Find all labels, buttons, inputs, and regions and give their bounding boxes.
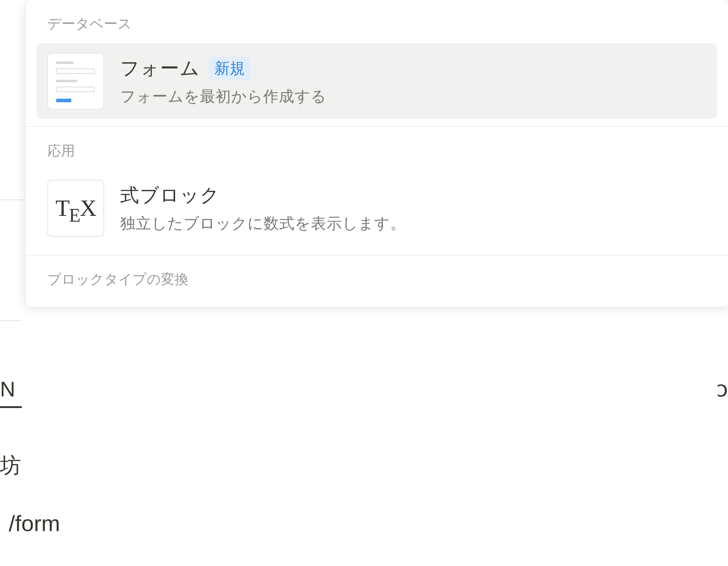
new-badge: 新規 — [209, 57, 251, 80]
slash-command-input[interactable]: /form — [9, 510, 60, 536]
menu-item-description: 独立したブロックに数式を表示します。 — [120, 213, 406, 234]
section-label-advanced: 応用 — [25, 127, 728, 170]
background-divider — [0, 199, 25, 200]
background-divider — [0, 320, 22, 321]
block-picker-popup: データベース フォーム 新規 フォームを最初から作成する 応用 TEX — [25, 0, 728, 307]
menu-item-title: 式ブロック — [120, 183, 220, 208]
menu-item-equation-block[interactable]: TEX 式ブロック 独立したブロックに数式を表示します。 — [36, 170, 717, 246]
background-char: 坊 — [0, 451, 21, 480]
tex-icon: TEX — [47, 180, 104, 237]
menu-item-text: 式ブロック 独立したブロックに数式を表示します。 — [120, 183, 406, 234]
menu-item-text: フォーム 新規 フォームを最初から作成する — [120, 56, 327, 107]
menu-item-form[interactable]: フォーム 新規 フォームを最初から作成する — [36, 43, 717, 119]
background-emoji-fragment — [0, 248, 15, 268]
background-underline — [0, 406, 22, 408]
background-char: N — [0, 377, 15, 401]
section-label-transform: ブロックタイプの変換 — [25, 256, 728, 307]
background-char: ɔ — [716, 377, 728, 401]
menu-item-description: フォームを最初から作成する — [120, 86, 327, 107]
menu-item-title: フォーム — [120, 56, 200, 81]
form-icon — [47, 53, 104, 110]
section-label-database: データベース — [25, 0, 728, 43]
